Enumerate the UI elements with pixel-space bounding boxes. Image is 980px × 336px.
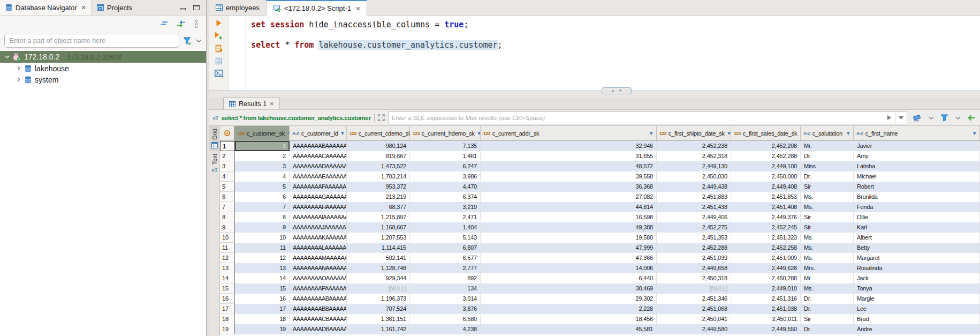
grid-cell[interactable]: 30,469 <box>481 283 657 294</box>
row-number[interactable]: 16 <box>220 294 235 304</box>
grid-cell[interactable]: 892 <box>410 273 481 283</box>
grid-cell[interactable]: 2,449,658 <box>657 263 731 273</box>
grid-cell[interactable]: 1,161,742 <box>347 324 410 334</box>
grid-cell[interactable]: 1 <box>235 141 290 151</box>
grid-cell[interactable]: 2,451,883 <box>657 192 731 202</box>
grid-cell[interactable]: 2,449,628 <box>731 263 801 273</box>
row-number[interactable]: 18 <box>220 314 235 324</box>
grid-cell[interactable]: Ms. <box>801 202 854 212</box>
grid-cell[interactable]: 2,777 <box>410 263 481 273</box>
grid-cell[interactable]: Dr. <box>801 171 854 182</box>
grid-cell[interactable]: AAAAAAAAABAAAAAA <box>290 294 347 304</box>
grid-cell[interactable]: AAAAAAAADAAAAAAA <box>290 161 347 171</box>
grid-cell[interactable]: 2,452,318 <box>657 151 731 161</box>
grid-cell[interactable]: AAAAAAAABBAAAAAA <box>290 304 347 314</box>
grid-cell[interactable]: 7,135 <box>410 141 481 151</box>
grid-cell[interactable]: 2,451,346 <box>657 294 731 304</box>
grid-cell[interactable]: 29,302 <box>481 294 657 304</box>
grid-cell[interactable]: 2,449,376 <box>731 212 801 222</box>
splitter-handle[interactable]: ▲ ▼ <box>602 87 632 94</box>
grid-cell[interactable]: 4,238 <box>410 324 481 334</box>
column-dropdown-icon[interactable]: ▼ <box>972 131 977 136</box>
grid-cell[interactable]: 2,451,038 <box>731 304 801 314</box>
tab-text-view[interactable]: Text «T <box>209 151 220 176</box>
grid-cell[interactable]: AAAAAAAAJAAAAAAA <box>290 222 347 233</box>
filter-funnel-icon[interactable] <box>183 37 192 45</box>
grid-cell[interactable]: 32,946 <box>481 141 657 151</box>
grid-cell[interactable]: AAAAAAAAPAAAAAAA <box>290 283 347 294</box>
grid-cell[interactable]: 12 <box>235 253 290 263</box>
grid-cell[interactable]: 13 <box>235 263 290 273</box>
grid-cell[interactable]: 4,470 <box>410 182 481 192</box>
grid-cell[interactable]: AAAAAAAAEAAAAAAA <box>290 171 347 182</box>
grid-cell[interactable]: 2,450,041 <box>657 314 731 324</box>
grid-cell[interactable]: Karl <box>854 222 980 233</box>
grid-cell[interactable]: 213,219 <box>347 192 410 202</box>
grid-cell[interactable]: Margie <box>854 294 980 304</box>
grid-cell[interactable]: 3 <box>235 161 290 171</box>
column-header[interactable]: A-Zc_customer_id▼ <box>290 126 347 140</box>
grid-cell[interactable]: Jack <box>854 273 980 283</box>
grid-cell[interactable]: Sir <box>801 182 854 192</box>
code-line[interactable]: set session hide_inaccessible_columns = … <box>251 20 980 30</box>
grid-cell[interactable]: 2 <box>235 151 290 161</box>
grid-cell[interactable]: 2,228 <box>481 304 657 314</box>
grid-cell[interactable]: 2,451,316 <box>731 294 801 304</box>
grid-cell[interactable]: 10 <box>235 233 290 243</box>
grid-cell[interactable]: 2,449,100 <box>731 161 801 171</box>
row-number[interactable]: 6 <box>220 192 235 202</box>
grid-cell[interactable]: Brunilda <box>854 192 980 202</box>
grid-cell[interactable]: 953,372 <box>347 182 410 192</box>
execute-new-tab-icon[interactable] <box>215 32 223 40</box>
chevron-down-icon[interactable] <box>4 55 10 58</box>
code-line[interactable]: select * from lakehouse.customer_analyti… <box>251 40 980 50</box>
grid-cell[interactable]: 6,577 <box>410 253 481 263</box>
grid-cell[interactable]: 6 <box>235 192 290 202</box>
maximize-icon[interactable] <box>193 5 200 10</box>
row-number[interactable]: 17 <box>220 304 235 314</box>
row-number[interactable]: 10 <box>220 233 235 243</box>
row-number[interactable]: 7 <box>220 202 235 212</box>
row-number[interactable]: 15 <box>220 283 235 294</box>
grid-cell[interactable]: 2,452,288 <box>731 151 801 161</box>
grid-cell[interactable]: AAAAAAAANAAAAAAA <box>290 263 347 273</box>
tab-database-navigator[interactable]: Database Navigator × <box>0 0 92 15</box>
grid-cell[interactable]: Michael <box>854 171 980 182</box>
tree-item-lakehouse[interactable]: lakehouse <box>0 63 206 74</box>
collapse-up-icon[interactable]: ▲ <box>611 88 615 93</box>
grid-cell[interactable]: 929,344 <box>347 273 410 283</box>
grid-cell[interactable]: 2,449,010 <box>731 283 801 294</box>
grid-cell[interactable]: 44,814 <box>481 202 657 212</box>
grid-cell[interactable]: Fonda <box>854 202 980 212</box>
grid-cell[interactable]: 819,667 <box>347 151 410 161</box>
tab-projects[interactable]: Projects <box>92 0 138 15</box>
row-number[interactable]: 9 <box>220 222 235 233</box>
grid-cell[interactable]: 2,450,288 <box>731 273 801 283</box>
column-header[interactable]: 123c_customer_sk▼ <box>235 126 290 140</box>
grid-cell[interactable]: 3,986 <box>410 171 481 182</box>
grid-cell[interactable]: 15 <box>235 283 290 294</box>
filter-chevron-icon[interactable] <box>196 39 202 43</box>
grid-cell[interactable]: 49,388 <box>481 222 657 233</box>
grid-cell[interactable]: 4 <box>235 171 290 182</box>
grid-cell[interactable]: 1,114,415 <box>347 243 410 253</box>
grid-cell[interactable]: 8 <box>235 212 290 222</box>
grid-cell[interactable]: 2,449,130 <box>657 161 731 171</box>
grid-cell[interactable]: 6,807 <box>410 243 481 253</box>
grid-cell[interactable]: Brad <box>854 314 980 324</box>
grid-cell[interactable]: 2,450,318 <box>657 273 731 283</box>
grid-cell[interactable]: 1,128,748 <box>347 263 410 273</box>
grid-cell[interactable]: AAAAAAAAKAAAAAAA <box>290 233 347 243</box>
grid-cell[interactable]: AAAAAAAAOAAAAAAA <box>290 273 347 283</box>
minimize-icon[interactable] <box>180 8 186 10</box>
grid-cell[interactable]: AAAAAAAADBAAAAAA <box>290 324 347 334</box>
grid-cell[interactable]: 3,014 <box>410 294 481 304</box>
grid-cell[interactable]: 2,451,068 <box>657 304 731 314</box>
sql-filter-input[interactable] <box>389 112 883 124</box>
grid-cell[interactable]: 6,247 <box>410 161 481 171</box>
grid-cell[interactable]: 2,450,000 <box>731 171 801 182</box>
grid-cell[interactable]: 6,440 <box>481 273 657 283</box>
tree-item-system[interactable]: system <box>0 74 206 85</box>
column-dropdown-icon[interactable]: ▼ <box>727 131 731 136</box>
grid-cell[interactable]: 31,655 <box>481 151 657 161</box>
